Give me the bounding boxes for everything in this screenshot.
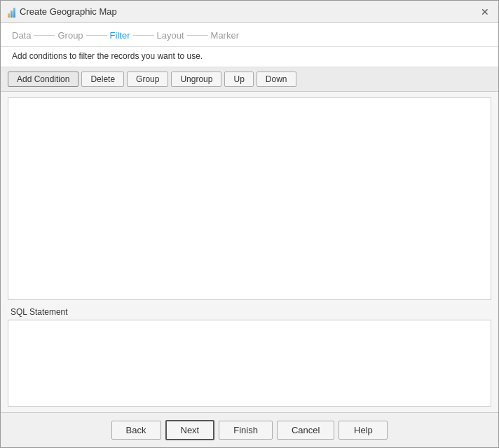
step-divider-4 bbox=[187, 35, 208, 36]
sql-label: SQL Statement bbox=[8, 306, 491, 318]
step-divider-3 bbox=[133, 35, 154, 36]
add-condition-button[interactable]: Add Condition bbox=[8, 72, 78, 87]
title-bar: Create Geographic Map ✕ bbox=[1, 1, 498, 23]
main-content: SQL Statement bbox=[1, 92, 498, 412]
sql-area bbox=[8, 320, 491, 407]
title-bar-left: Create Geographic Map bbox=[8, 6, 117, 18]
help-button[interactable]: Help bbox=[339, 421, 388, 440]
step-marker: Marker bbox=[211, 30, 239, 41]
step-divider-1 bbox=[34, 35, 55, 36]
step-divider-2 bbox=[86, 35, 107, 36]
icon-bar-3 bbox=[13, 8, 15, 18]
group-button[interactable]: Group bbox=[127, 72, 168, 87]
wizard-steps: Data Group Filter Layout Marker bbox=[1, 23, 498, 47]
step-group: Group bbox=[57, 30, 83, 41]
ungroup-button[interactable]: Ungroup bbox=[171, 72, 221, 87]
step-data-label: Data bbox=[12, 30, 31, 41]
subtitle-text: Add conditions to filter the records you… bbox=[12, 51, 203, 61]
filter-area bbox=[8, 97, 491, 300]
down-button[interactable]: Down bbox=[257, 72, 296, 87]
up-button[interactable]: Up bbox=[224, 72, 253, 87]
footer: Back Next Finish Cancel Help bbox=[1, 412, 498, 447]
next-button[interactable]: Next bbox=[165, 420, 215, 440]
icon-bar-2 bbox=[11, 11, 13, 18]
sql-section: SQL Statement bbox=[8, 306, 491, 407]
step-group-label: Group bbox=[57, 30, 83, 41]
close-button[interactable]: ✕ bbox=[479, 6, 491, 18]
dialog: Create Geographic Map ✕ Data Group Filte… bbox=[0, 0, 499, 448]
icon-bar-1 bbox=[8, 13, 10, 18]
finish-button[interactable]: Finish bbox=[219, 421, 273, 440]
step-filter: Filter bbox=[110, 30, 130, 41]
step-marker-label: Marker bbox=[211, 30, 239, 41]
step-data: Data bbox=[12, 30, 31, 41]
delete-button[interactable]: Delete bbox=[81, 72, 124, 87]
step-layout-label: Layout bbox=[157, 30, 184, 41]
app-icon bbox=[8, 6, 15, 18]
subtitle: Add conditions to filter the records you… bbox=[1, 47, 498, 67]
dialog-title: Create Geographic Map bbox=[20, 6, 117, 17]
step-filter-label: Filter bbox=[110, 30, 130, 41]
step-layout: Layout bbox=[157, 30, 184, 41]
back-button[interactable]: Back bbox=[111, 421, 161, 440]
toolbar: Add Condition Delete Group Ungroup Up Do… bbox=[1, 67, 498, 92]
cancel-button[interactable]: Cancel bbox=[277, 421, 334, 440]
